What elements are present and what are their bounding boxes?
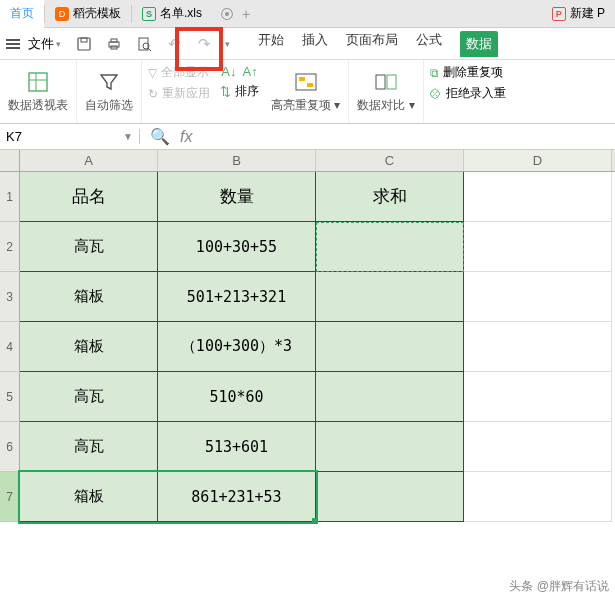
- svg-rect-3: [111, 39, 117, 42]
- cell[interactable]: [316, 222, 464, 272]
- row-header[interactable]: 6: [0, 422, 20, 472]
- dedup-group: ⧉删除重复项 ⛒拒绝录入重: [424, 60, 512, 123]
- quick-access-toolbar: 文件▾ ↶ ↷ ▾ 开始 插入 页面布局 公式 数据: [0, 28, 615, 60]
- show-all-button[interactable]: ▽全部显示: [148, 64, 210, 81]
- cell[interactable]: [464, 472, 612, 522]
- col-header-B[interactable]: B: [158, 150, 316, 171]
- cell[interactable]: 100+30+55: [158, 222, 316, 272]
- print-icon[interactable]: [105, 35, 123, 53]
- cell[interactable]: [464, 322, 612, 372]
- cell[interactable]: 箱板: [20, 272, 158, 322]
- remove-dup-icon: ⧉: [430, 66, 439, 80]
- ribbon-tabs: 开始 插入 页面布局 公式 数据: [258, 31, 498, 57]
- col-header-A[interactable]: A: [20, 150, 158, 171]
- pivot-icon: [25, 69, 51, 95]
- tab-template[interactable]: D 稻壳模板: [45, 0, 131, 28]
- fx-icon[interactable]: fx: [180, 128, 192, 146]
- template-icon: D: [55, 7, 69, 21]
- name-box[interactable]: K7▼: [0, 129, 140, 144]
- tab-add-icon[interactable]: +: [242, 6, 250, 22]
- menu-icon[interactable]: [6, 39, 20, 49]
- watermark: 头条 @胖辉有话说: [509, 578, 609, 595]
- cell[interactable]: [464, 222, 612, 272]
- sort-icon: ⇅: [220, 84, 231, 99]
- sort-asc-icon[interactable]: A↓: [221, 64, 236, 79]
- file-menu[interactable]: 文件▾: [22, 35, 67, 53]
- undo-icon[interactable]: ↶: [165, 35, 183, 53]
- svg-rect-12: [299, 77, 305, 81]
- fill-handle[interactable]: [312, 518, 318, 524]
- row-header[interactable]: 2: [0, 222, 20, 272]
- row-header[interactable]: 7: [0, 472, 20, 522]
- svg-rect-11: [296, 74, 316, 90]
- table-row: 2 高瓦 100+30+55: [0, 222, 615, 272]
- sort-button[interactable]: 排序: [235, 83, 259, 100]
- document-tabs: 首页 D 稻壳模板 S 名单.xls ⦿ + P 新建 P: [0, 0, 615, 28]
- tab-overflow-icon[interactable]: ⦿: [220, 6, 234, 22]
- cell[interactable]: 510*60: [158, 372, 316, 422]
- cell[interactable]: 品名: [20, 172, 158, 222]
- svg-rect-15: [387, 75, 396, 89]
- ribbon-tab-formula[interactable]: 公式: [416, 31, 442, 57]
- tab-file-2[interactable]: P 新建 P: [542, 0, 615, 28]
- ribbon-tab-layout[interactable]: 页面布局: [346, 31, 398, 57]
- ribbon-tab-insert[interactable]: 插入: [302, 31, 328, 57]
- compare-icon: [373, 69, 399, 95]
- spreadsheet-grid[interactable]: A B C D 1 品名 数量 求和 2 高瓦 100+30+55 3 箱板 5…: [0, 150, 615, 522]
- cell[interactable]: 求和: [316, 172, 464, 222]
- tab-home[interactable]: 首页: [0, 0, 44, 28]
- cell[interactable]: 高瓦: [20, 422, 158, 472]
- table-row: 3 箱板 501+213+321: [0, 272, 615, 322]
- cell[interactable]: 861+231+53: [158, 472, 316, 522]
- cell[interactable]: [464, 422, 612, 472]
- row-header[interactable]: 1: [0, 172, 20, 222]
- col-header-D[interactable]: D: [464, 150, 612, 171]
- col-header-C[interactable]: C: [316, 150, 464, 171]
- compare-button[interactable]: 数据对比 ▾: [349, 60, 423, 123]
- table-row: 1 品名 数量 求和: [0, 172, 615, 222]
- table-row: 4 箱板 （100+300）*3: [0, 322, 615, 372]
- cell[interactable]: 数量: [158, 172, 316, 222]
- cell[interactable]: 箱板: [20, 472, 158, 522]
- cell[interactable]: 高瓦: [20, 222, 158, 272]
- show-all-icon: ▽: [148, 66, 157, 80]
- cell[interactable]: [316, 322, 464, 372]
- formula-bar-row: K7▼ 🔍 fx: [0, 124, 615, 150]
- remove-dup-button[interactable]: ⧉删除重复项: [430, 64, 506, 81]
- print-preview-icon[interactable]: [135, 35, 153, 53]
- reject-dup-button[interactable]: ⛒拒绝录入重: [430, 85, 506, 102]
- sort-desc-icon[interactable]: A↑: [243, 64, 258, 79]
- cell[interactable]: [464, 372, 612, 422]
- highlight-dup-button[interactable]: 高亮重复项 ▾: [263, 60, 349, 123]
- svg-rect-14: [376, 75, 385, 89]
- row-header[interactable]: 3: [0, 272, 20, 322]
- cell[interactable]: [316, 472, 464, 522]
- cell[interactable]: 513+601: [158, 422, 316, 472]
- funnel-icon: [96, 69, 122, 95]
- cell[interactable]: [316, 422, 464, 472]
- select-all-corner[interactable]: [0, 150, 20, 171]
- cell[interactable]: [316, 372, 464, 422]
- cell[interactable]: （100+300）*3: [158, 322, 316, 372]
- ribbon-tab-data[interactable]: 数据: [460, 31, 498, 57]
- cell[interactable]: [316, 272, 464, 322]
- highlight-icon: [293, 69, 319, 95]
- cell[interactable]: 501+213+321: [158, 272, 316, 322]
- column-headers: A B C D: [0, 150, 615, 172]
- zoom-icon[interactable]: 🔍: [150, 127, 170, 146]
- row-header[interactable]: 5: [0, 372, 20, 422]
- filter-button[interactable]: 自动筛选: [77, 60, 142, 123]
- cell[interactable]: [464, 272, 612, 322]
- ribbon-tab-start[interactable]: 开始: [258, 31, 284, 57]
- cell[interactable]: 箱板: [20, 322, 158, 372]
- cell[interactable]: 高瓦: [20, 372, 158, 422]
- redo-icon[interactable]: ↷: [195, 35, 213, 53]
- reject-icon: ⛒: [430, 87, 442, 101]
- table-row: 5 高瓦 510*60: [0, 372, 615, 422]
- reapply-button[interactable]: ↻重新应用: [148, 85, 210, 102]
- cell[interactable]: [464, 172, 612, 222]
- save-icon[interactable]: [75, 35, 93, 53]
- row-header[interactable]: 4: [0, 322, 20, 372]
- pivot-button[interactable]: 数据透视表: [0, 60, 77, 123]
- tab-file-1[interactable]: S 名单.xls: [132, 0, 212, 28]
